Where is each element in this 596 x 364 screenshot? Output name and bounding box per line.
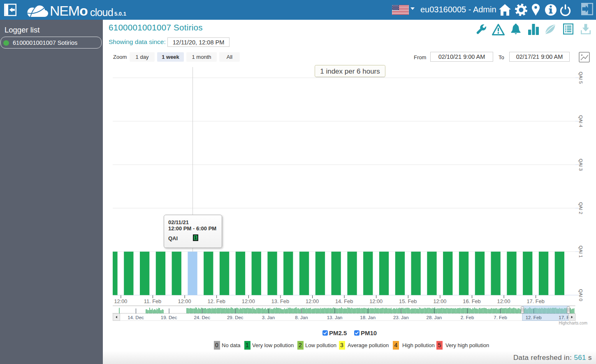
svg-text:12:00: 12:00 xyxy=(242,298,255,304)
svg-text:QAI 1: QAI 1 xyxy=(578,246,583,257)
svg-text:Highcharts.com: Highcharts.com xyxy=(559,321,587,325)
svg-text:12:00: 12:00 xyxy=(497,298,510,304)
svg-text:28. Jan: 28. Jan xyxy=(427,315,442,320)
svg-text:QAI 5: QAI 5 xyxy=(578,72,583,83)
svg-text:1 index per 6 hours: 1 index per 6 hours xyxy=(320,67,380,75)
svg-text:8. Jan: 8. Jan xyxy=(295,315,308,320)
svg-text:19. Dec: 19. Dec xyxy=(161,315,177,320)
svg-text:12:00: 12:00 xyxy=(369,298,383,304)
svg-text:12:00: 12:00 xyxy=(433,298,446,304)
svg-text:QAI 3: QAI 3 xyxy=(578,159,583,171)
svg-text:17. Feb: 17. Feb xyxy=(526,298,544,304)
svg-text:12. Feb: 12. Feb xyxy=(207,298,225,304)
svg-text:QAI 4: QAI 4 xyxy=(578,115,583,128)
svg-text:11. Feb: 11. Feb xyxy=(144,298,161,304)
svg-text:QAI 0: QAI 0 xyxy=(578,289,583,301)
svg-text:QAI 2: QAI 2 xyxy=(578,202,583,214)
svg-text:12:00: 12:00 xyxy=(178,298,191,304)
svg-text:12:00: 12:00 xyxy=(114,298,127,304)
svg-text:29. Dec: 29. Dec xyxy=(227,315,244,320)
svg-text:12:00: 12:00 xyxy=(306,298,319,304)
svg-text:18. Jan: 18. Jan xyxy=(360,315,376,320)
svg-text:23. Jan: 23. Jan xyxy=(393,315,409,320)
svg-text:2. Feb: 2. Feb xyxy=(461,315,474,320)
svg-text:14. Dec: 14. Dec xyxy=(128,315,144,320)
svg-text:7. Feb: 7. Feb xyxy=(494,315,507,320)
svg-text:16. Feb: 16. Feb xyxy=(463,298,480,304)
svg-text:13. Feb: 13. Feb xyxy=(271,298,289,304)
svg-text:14. Feb: 14. Feb xyxy=(335,298,353,304)
svg-text:13. Jan: 13. Jan xyxy=(327,315,343,320)
svg-text:12. Feb: 12. Feb xyxy=(526,315,542,320)
svg-text:15. Feb: 15. Feb xyxy=(399,298,417,304)
svg-text:24. Dec: 24. Dec xyxy=(194,315,210,320)
svg-text:3. Jan: 3. Jan xyxy=(262,315,275,320)
